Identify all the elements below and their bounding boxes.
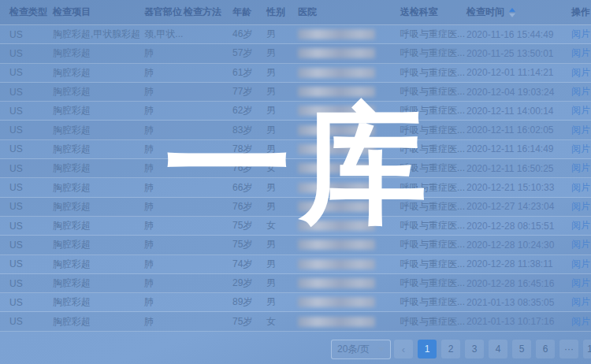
view-images-link[interactable]: 阅片 bbox=[571, 239, 590, 250]
cell-type: US bbox=[9, 316, 53, 327]
column-header-time[interactable]: 检查时间 bbox=[466, 6, 571, 19]
page-button-2[interactable]: 2 bbox=[441, 340, 460, 358]
cell-age: 83岁 bbox=[232, 124, 266, 137]
cell-age: 76岁 bbox=[232, 162, 266, 175]
cell-gender: 男 bbox=[266, 104, 298, 117]
redacted-hospital-block bbox=[298, 125, 375, 136]
cell-time: 2020-12-28 16:45:16 bbox=[466, 278, 571, 289]
cell-action: 阅片 bbox=[571, 85, 591, 98]
cell-hospital bbox=[298, 317, 400, 327]
cell-action: 阅片 bbox=[571, 66, 591, 80]
cell-age: 78岁 bbox=[232, 143, 266, 156]
chevron-left-icon[interactable]: ‹ bbox=[394, 340, 413, 358]
page-button-6[interactable]: 6 bbox=[536, 340, 555, 358]
page-button-4[interactable]: 4 bbox=[489, 340, 507, 358]
view-images-link[interactable]: 阅片 bbox=[571, 220, 590, 231]
view-images-link[interactable]: 阅片 bbox=[571, 277, 590, 288]
cell-hospital bbox=[298, 48, 400, 58]
view-images-link[interactable]: 阅片 bbox=[571, 316, 590, 327]
cell-age: 29岁 bbox=[232, 277, 266, 290]
cell-hospital bbox=[298, 87, 400, 97]
cell-time: 2020-12-21 15:10:33 bbox=[466, 182, 571, 193]
cell-organ: 肺 bbox=[144, 181, 184, 195]
view-images-link[interactable]: 阅片 bbox=[571, 28, 590, 39]
table-row: US胸腔彩超肺74岁男呼吸与重症医...2020-12-28 11:38:11阅… bbox=[0, 255, 591, 274]
view-images-link[interactable]: 阅片 bbox=[571, 258, 590, 269]
column-header-age: 年龄 bbox=[232, 6, 266, 19]
cell-dept: 呼吸与重症医... bbox=[400, 238, 466, 251]
cell-organ: 颈,甲状... bbox=[144, 28, 184, 41]
pager: ‹123456···16 bbox=[394, 340, 591, 358]
cell-item: 胸腔彩超 bbox=[53, 46, 144, 60]
cell-dept: 呼吸与重症医... bbox=[400, 200, 466, 214]
cell-item: 胸腔彩超 bbox=[53, 181, 144, 195]
view-images-link[interactable]: 阅片 bbox=[571, 67, 590, 78]
cell-age: 77岁 bbox=[232, 85, 266, 98]
cell-gender: 男 bbox=[266, 295, 298, 309]
view-images-link[interactable]: 阅片 bbox=[571, 182, 590, 193]
view-images-link[interactable]: 阅片 bbox=[571, 124, 590, 136]
cell-age: 89岁 bbox=[232, 295, 266, 309]
cell-age: 74岁 bbox=[232, 258, 266, 271]
view-images-link[interactable]: 阅片 bbox=[571, 201, 590, 212]
view-images-link[interactable]: 阅片 bbox=[571, 296, 590, 307]
cell-time: 2020-11-16 15:44:49 bbox=[466, 29, 571, 40]
cell-time: 2020-12-27 14:23:04 bbox=[466, 201, 571, 212]
cell-hospital bbox=[298, 221, 400, 231]
pager-ellipsis[interactable]: ··· bbox=[559, 340, 578, 358]
table-row: US胸腔彩超肺76岁男呼吸与重症医...2020-12-27 14:23:04阅… bbox=[0, 198, 591, 217]
column-header-dept: 送检科室 bbox=[400, 6, 466, 19]
cell-organ: 肺 bbox=[144, 46, 184, 60]
redacted-hospital-block bbox=[298, 87, 375, 97]
table-row: US胸腔彩超肺61岁男呼吸与重症医...2020-12-01 11:14:21阅… bbox=[0, 64, 591, 83]
cell-action: 阅片 bbox=[571, 315, 591, 329]
view-images-link[interactable]: 阅片 bbox=[571, 105, 590, 116]
cell-action: 阅片 bbox=[571, 46, 591, 60]
cell-gender: 男 bbox=[266, 258, 298, 271]
cell-item: 胸腔彩超 bbox=[53, 219, 144, 232]
redacted-hospital-block bbox=[298, 317, 375, 327]
cell-hospital bbox=[298, 29, 400, 39]
view-images-link[interactable]: 阅片 bbox=[571, 47, 590, 58]
page-size-label: 20条/页 bbox=[337, 343, 370, 356]
cell-item: 胸腔彩超,甲状腺彩超 bbox=[53, 28, 144, 41]
view-images-link[interactable]: 阅片 bbox=[571, 86, 590, 97]
view-images-link[interactable]: 阅片 bbox=[571, 143, 590, 154]
page-size-select[interactable]: 20条/页 bbox=[331, 340, 391, 359]
cell-hospital bbox=[298, 259, 400, 269]
page-button-3[interactable]: 3 bbox=[465, 340, 484, 358]
cell-organ: 肺 bbox=[144, 315, 184, 329]
redacted-hospital-block bbox=[298, 278, 375, 288]
cell-gender: 男 bbox=[266, 124, 298, 137]
view-images-link[interactable]: 阅片 bbox=[571, 162, 590, 173]
table-row: US胸腔彩超肺75岁女呼吸与重症医...2021-01-13 10:17:16阅… bbox=[0, 312, 591, 331]
cell-time: 2020-12-28 08:15:51 bbox=[466, 221, 571, 232]
cell-dept: 呼吸与重症医... bbox=[400, 219, 466, 232]
cell-item: 胸腔彩超 bbox=[53, 124, 144, 137]
page-button-16[interactable]: 16 bbox=[583, 340, 591, 358]
cell-time: 2020-12-28 10:24:30 bbox=[466, 240, 571, 251]
cell-age: 75岁 bbox=[232, 315, 266, 329]
cell-type: US bbox=[9, 297, 53, 308]
cell-dept: 呼吸与重症医... bbox=[400, 28, 466, 41]
cell-item: 胸腔彩超 bbox=[53, 200, 144, 214]
cell-time: 2020-12-01 11:14:21 bbox=[466, 67, 571, 78]
page-button-5[interactable]: 5 bbox=[512, 340, 531, 358]
cell-time: 2020-12-04 19:03:24 bbox=[466, 87, 571, 98]
table-row: US胸腔彩超,甲状腺彩超颈,甲状...46岁男呼吸与重症医...2020-11-… bbox=[0, 25, 591, 44]
cell-type: US bbox=[9, 48, 53, 59]
cell-gender: 男 bbox=[266, 200, 298, 214]
cell-type: US bbox=[9, 182, 53, 193]
cell-type: US bbox=[9, 163, 53, 174]
cell-item: 胸腔彩超 bbox=[53, 315, 144, 329]
sort-asc-icon[interactable] bbox=[509, 8, 515, 17]
cell-organ: 肺 bbox=[144, 200, 184, 214]
cell-type: US bbox=[9, 258, 53, 269]
redacted-hospital-block bbox=[298, 144, 375, 154]
cell-organ: 肺 bbox=[144, 124, 184, 137]
table-row: US胸腔彩超肺75岁女呼吸与重症医...2020-12-28 08:15:51阅… bbox=[0, 217, 591, 236]
page-button-1[interactable]: 1 bbox=[418, 340, 437, 358]
column-header-action: 操作 bbox=[571, 6, 591, 19]
column-header-method: 检查方法 bbox=[184, 6, 232, 19]
cell-age: 57岁 bbox=[232, 46, 266, 60]
